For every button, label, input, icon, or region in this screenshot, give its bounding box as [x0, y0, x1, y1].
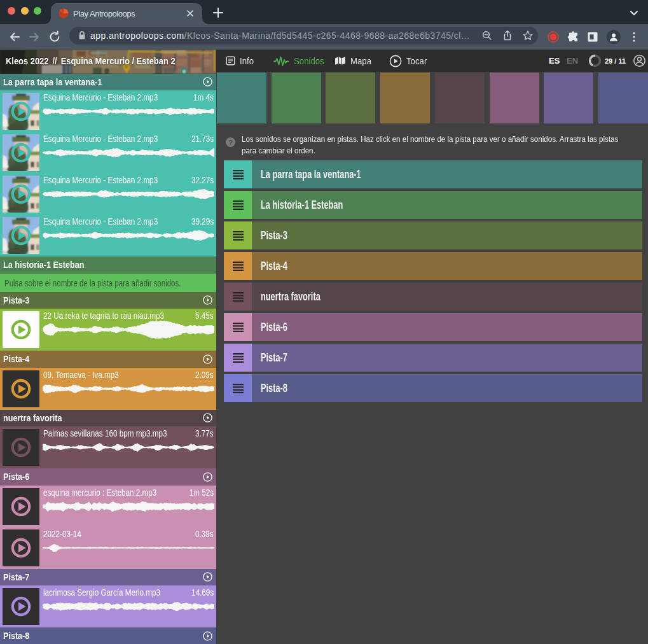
track-color-tile[interactable] [217, 73, 266, 123]
extensions-puzzle-icon[interactable] [567, 30, 581, 44]
track-section-header[interactable]: Pista-8 [0, 627, 216, 644]
track-play-icon[interactable] [203, 572, 212, 582]
track-play-icon[interactable] [203, 295, 212, 305]
language-es[interactable]: ES [549, 50, 560, 72]
account-icon[interactable] [633, 54, 646, 67]
audio-clip[interactable]: lacrimosa Sergio García Merlo.mp314.69s [3, 588, 214, 625]
clip-thumbnail[interactable] [3, 176, 39, 213]
drag-handle[interactable] [224, 191, 252, 219]
audio-clip[interactable]: 22 Ua reka te tagnia to rau niau.mp35.45… [3, 311, 214, 348]
browser-toolbar: app.antropoloops.com/Kleos-Santa-Marina/… [0, 24, 648, 50]
track-row[interactable]: Pista-6 [224, 313, 642, 341]
browser-tab[interactable]: Play Antropoloops [51, 3, 202, 24]
track-color-tile[interactable] [490, 73, 539, 123]
audio-clip[interactable]: 09. Temaeva - Iva.mp32.09s [3, 370, 214, 407]
drag-handle[interactable] [224, 252, 252, 280]
audio-clip[interactable]: Esquina Mercurio - Esteban 2.mp332.27s [3, 176, 214, 213]
track-section-header[interactable]: Pista-4 [0, 351, 216, 368]
track-row[interactable]: La historia-1 Esteban [224, 191, 642, 219]
tab-mapa[interactable]: Mapa [334, 50, 375, 72]
clip-duration: 5.45s [195, 311, 214, 321]
drag-handle[interactable] [224, 374, 252, 402]
track-section: La historia-1 EstebanPulsa sobre el nomb… [0, 256, 216, 292]
track-row-label: Pista-6 [261, 313, 287, 341]
clip-filename: lacrimosa Sergio García Merlo.mp3 [43, 587, 160, 598]
share-icon[interactable] [502, 30, 513, 41]
track-play-icon[interactable] [203, 413, 212, 423]
clip-duration: 0.39s [195, 529, 214, 539]
clip-play-icon [3, 588, 39, 625]
loader-spinner [588, 54, 602, 67]
audio-clip[interactable]: Palmas sevillanas 160 bpm mp3.mp33.77s [3, 429, 214, 466]
clip-thumbnail[interactable] [3, 311, 39, 348]
address-bar[interactable]: app.antropoloops.com/Kleos-Santa-Marina/… [69, 27, 538, 45]
fullscreen-window-button[interactable] [34, 7, 41, 15]
track-empty-hint: Pulsa sobre el nombre de la pista para a… [4, 274, 181, 292]
clip-thumbnail[interactable] [3, 588, 39, 625]
track-row[interactable]: Pista-3 [224, 221, 642, 249]
drag-handle[interactable] [224, 160, 252, 188]
project-name: Kleos 2022 [6, 55, 48, 66]
close-window-button[interactable] [8, 7, 15, 15]
track-play-icon[interactable] [203, 631, 212, 641]
audio-clip[interactable]: Esquina Mercurio - Esteban 2.mp339.29s [3, 217, 214, 254]
tab-tocar[interactable]: Tocar [389, 50, 430, 72]
track-row[interactable]: Pista-4 [224, 252, 642, 280]
track-section-header[interactable]: nuertra favorita [0, 410, 216, 427]
track-play-icon[interactable] [203, 77, 212, 87]
track-section-header[interactable]: Pista-3 [0, 292, 216, 309]
clip-filename: 2022-03-14 [43, 529, 81, 539]
track-section-body: Esquina Mercurio - Esteban 2.mp31m 4s Es… [0, 90, 216, 256]
clip-thumbnail[interactable] [3, 93, 39, 130]
profile-avatar[interactable] [607, 30, 621, 44]
track-play-icon[interactable] [203, 472, 212, 482]
track-play-icon[interactable] [203, 354, 212, 364]
audio-clip[interactable]: 2022-03-140.39s [3, 529, 214, 566]
new-tab-button[interactable] [210, 5, 226, 20]
drag-handle[interactable] [224, 344, 252, 372]
track-row[interactable]: Pista-7 [224, 344, 642, 372]
clip-duration: 1m 52s [190, 487, 214, 498]
tab-sonidos[interactable]: Sonidos [273, 50, 328, 72]
audio-clip[interactable]: Esquina Mercurio - Esteban 2.mp321.73s [3, 134, 214, 171]
bookmark-star-icon[interactable] [522, 30, 534, 41]
track-color-tile[interactable] [435, 73, 485, 123]
track-section-title: Pista-7 [3, 569, 29, 586]
track-row[interactable]: Pista-8 [224, 374, 642, 402]
track-color-tile[interactable] [380, 73, 430, 123]
audio-clip[interactable]: esquina mercurio : Esteban 2.mp31m 52s [3, 488, 214, 525]
clip-thumbnail[interactable] [3, 429, 39, 466]
track-section-header[interactable]: La historia-1 Esteban [0, 256, 216, 274]
audio-clip[interactable]: Esquina Mercurio - Esteban 2.mp31m 4s [3, 93, 214, 130]
reload-button[interactable] [48, 31, 61, 43]
track-color-tile[interactable] [272, 73, 321, 123]
back-button[interactable] [8, 31, 21, 43]
language-en[interactable]: EN [567, 50, 578, 72]
side-panel-icon[interactable] [586, 30, 600, 44]
track-section: Pista-7 lacrimosa Sergio García Merlo.mp… [0, 569, 216, 628]
drag-handle[interactable] [224, 283, 252, 311]
clip-thumbnail[interactable] [3, 529, 39, 566]
record-extension-icon[interactable] [546, 30, 560, 44]
track-section-header[interactable]: Pista-6 [0, 468, 216, 486]
clip-thumbnail[interactable] [3, 134, 39, 171]
clip-thumbnail[interactable] [3, 370, 39, 407]
track-row[interactable]: nuertra favorita [224, 283, 642, 311]
clip-thumbnail[interactable] [3, 488, 39, 525]
drag-handle[interactable] [224, 221, 252, 249]
track-color-tile[interactable] [544, 73, 593, 123]
zoom-icon[interactable] [481, 30, 493, 41]
track-color-tile[interactable] [598, 73, 648, 123]
track-section-header[interactable]: Pista-7 [0, 569, 216, 586]
track-color-tile[interactable] [326, 73, 375, 123]
drag-handle[interactable] [224, 313, 252, 341]
tab-search-chevron-icon[interactable] [626, 6, 642, 19]
tab-info[interactable]: Info [226, 50, 256, 72]
forward-button[interactable] [28, 31, 41, 43]
tab-close-icon[interactable] [183, 6, 197, 20]
track-section-header[interactable]: La parra tapa la ventana-1 [0, 74, 216, 91]
clip-thumbnail[interactable] [3, 217, 39, 254]
minimize-window-button[interactable] [21, 7, 29, 15]
browser-menu-dots-icon[interactable] [627, 30, 641, 44]
track-row[interactable]: La parra tapa la ventana-1 [224, 160, 642, 188]
